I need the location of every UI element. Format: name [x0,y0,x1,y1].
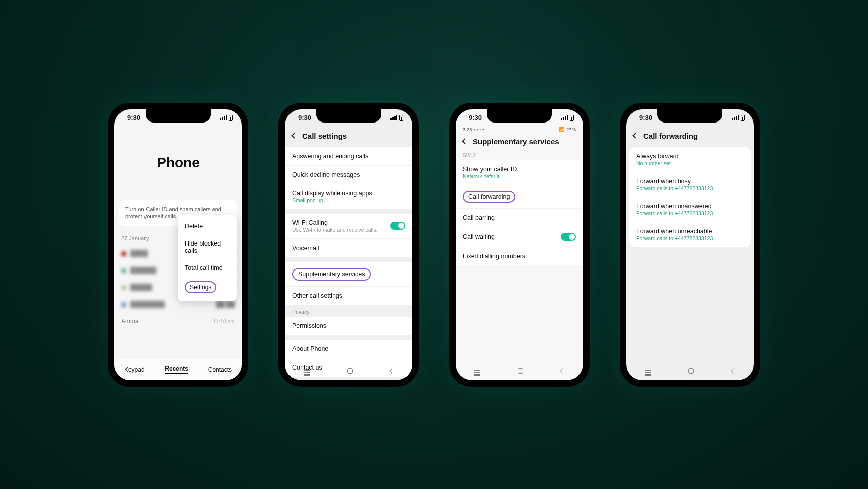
row-call-barring[interactable]: Call barring [456,208,583,227]
screen-title: Call settings [302,132,347,140]
row-sub: Forward calls to +447782333123 [636,210,744,216]
row-label: Call waiting [463,233,495,240]
row-call-waiting[interactable]: Call waiting [456,227,583,247]
battery-icon [229,115,233,121]
status-time: 9:30 [298,114,311,121]
menu-settings-highlight: Settings [185,281,216,293]
notch [487,109,552,123]
call-waiting-toggle[interactable] [561,233,576,241]
notch [146,109,211,123]
phone-screen-2: 9:30 Call settings Answering and ending … [285,109,412,380]
row-sub: Small pop-up [292,197,405,203]
nav-recents-icon[interactable] [304,369,310,374]
row-call-display[interactable]: Call display while using apps Small pop-… [285,184,412,209]
android-nav-bar [285,362,412,380]
row-decline[interactable]: Quick decline messages [285,165,412,184]
row-answering[interactable]: Answering and ending calls [285,147,412,165]
row-call-forwarding[interactable]: Call forwarding [456,185,583,208]
overflow-menu: Delete Hide blocked calls Total call tim… [178,215,237,301]
status-icons [390,115,403,121]
title-bar: Call forwarding [626,127,754,147]
back-icon[interactable] [462,138,467,144]
phone-mock-1: 9:30 Phone Turn on Caller ID and spam ca… [108,103,248,387]
title-bar: Call settings [285,127,412,147]
android-nav-bar [456,362,583,380]
phone-mock-4: 9:30 Call forwarding Always forward No n… [620,103,760,387]
row-label: Forward when unreachable [636,228,744,235]
phone-screen-4: 9:30 Call forwarding Always forward No n… [626,109,754,380]
privacy-section-header: Privacy [285,305,412,317]
notch [657,109,722,123]
row-sub: Use Wi-Fi to make and receive calls. [292,227,377,233]
signal-icon [561,115,568,120]
android-nav-bar [626,362,754,380]
call-forwarding-highlight: Call forwarding [463,191,515,203]
row-label: Forward when busy [636,178,744,185]
title-bar: Supplementary services [456,132,583,153]
row-label: Show your caller ID [463,166,576,173]
row-sub: Forward calls to +447782333123 [636,185,744,191]
status-icons [732,115,745,121]
supplementary-highlight: Supplementary services [292,268,371,281]
menu-total-call-time[interactable]: Total call time [178,259,237,276]
row-sub: No number set [636,160,744,166]
nav-home-icon[interactable] [347,368,353,374]
row-forward-unreachable[interactable]: Forward when unreachable Forward calls t… [629,222,751,247]
tab-contacts[interactable]: Contacts [208,366,232,373]
phone-screen-3: 9:30 3:28 ▫ ▫ ◦ • 📶 27% Supplementary se… [456,109,583,380]
status-time: 9:30 [127,114,140,121]
row-caller-id[interactable]: Show your caller ID Network default [456,160,583,185]
signal-icon [390,115,397,120]
signal-icon [220,115,227,120]
row-sub: Forward calls to +447782333123 [636,235,744,241]
row-supplementary[interactable]: Supplementary services [285,262,412,286]
recents-item-name: Amma [121,318,139,325]
row-wifi-calling[interactable]: Wi-Fi Calling Use Wi-Fi to make and rece… [285,214,412,238]
screen-title: Call forwarding [643,132,698,140]
inner-status-bar: 3:28 ▫ ▫ ◦ • 📶 27% [456,127,583,132]
status-time: 9:30 [469,114,482,121]
inner-battery: 27% [566,127,576,132]
app-title: Phone [114,155,242,171]
menu-delete[interactable]: Delete [178,218,237,235]
inner-time: 3:28 [463,127,472,132]
row-label: Forward when unanswered [636,203,744,210]
menu-hide-blocked[interactable]: Hide blocked calls [178,235,237,259]
menu-settings[interactable]: Settings [178,276,237,298]
row-forward-unanswered[interactable]: Forward when unanswered Forward calls to… [629,197,751,222]
status-icons [220,115,233,121]
row-about-phone[interactable]: About Phone [285,340,412,358]
nav-home-icon[interactable] [688,368,694,374]
recents-item-time: 11:10 am [213,318,235,324]
sim-label: SIM 2 [456,153,583,160]
bottom-tab-bar: Keypad Recents Contacts [114,359,242,380]
phone-mock-3: 9:30 3:28 ▫ ▫ ◦ • 📶 27% Supplementary se… [449,103,590,387]
nav-home-icon[interactable] [518,368,523,374]
row-always-forward[interactable]: Always forward No number set [629,147,751,172]
phone-mock-2: 9:30 Call settings Answering and ending … [278,103,419,387]
tab-keypad[interactable]: Keypad [124,366,145,373]
signal-icon [732,115,739,120]
wifi-calling-toggle[interactable] [390,222,405,230]
back-icon[interactable] [291,133,297,138]
battery-icon [570,115,574,121]
tab-recents[interactable]: Recents [165,365,188,374]
notch [316,109,381,123]
row-label: Wi-Fi Calling [292,219,377,226]
recents-item[interactable]: Amma 11:10 am [114,313,242,330]
nav-recents-icon[interactable] [474,369,480,374]
nav-back-icon[interactable] [560,369,565,374]
battery-icon [399,115,403,121]
nav-back-icon[interactable] [389,369,394,374]
row-forward-busy[interactable]: Forward when busy Forward calls to +4477… [629,172,751,197]
back-icon[interactable] [632,133,638,138]
status-time: 9:30 [639,114,652,121]
battery-icon [741,115,745,121]
row-permissions[interactable]: Permissions [285,317,412,335]
row-fixed-dialling[interactable]: Fixed dialling numbers [456,247,583,265]
nav-recents-icon[interactable] [645,369,651,374]
phone-screen-1: 9:30 Phone Turn on Caller ID and spam ca… [114,109,242,380]
row-other-settings[interactable]: Other call settings [285,286,412,305]
nav-back-icon[interactable] [731,369,736,374]
row-voicemail[interactable]: Voicemail [285,238,412,257]
